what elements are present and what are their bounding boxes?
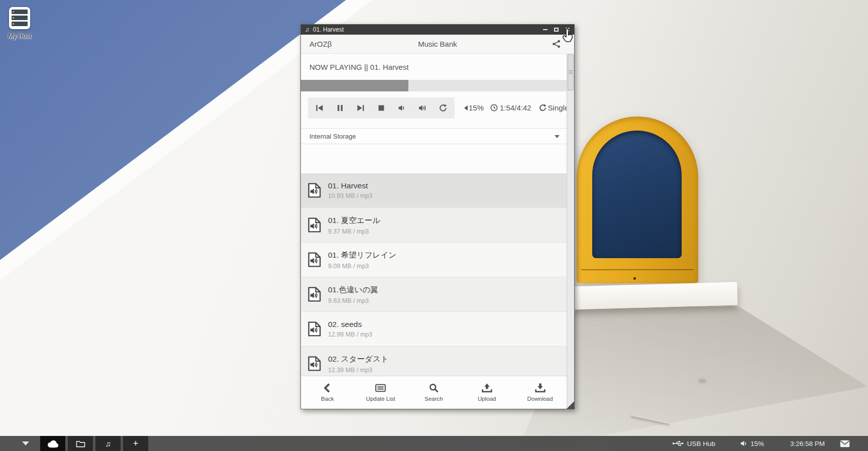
folder-icon <box>76 440 85 447</box>
song-list-item[interactable]: 01. 夏空エール 9.37 MB / mp3 <box>301 208 567 243</box>
taskbar-chevron-down-icon[interactable] <box>22 441 29 445</box>
clock-icon <box>490 104 498 111</box>
progress-fill <box>301 80 408 91</box>
taskbar-app-buttons: ♫ + <box>40 436 148 451</box>
song-meta: 12.99 MB / mp3 <box>328 331 372 338</box>
song-meta: 10.93 MB / mp3 <box>328 192 372 199</box>
song-title: 01.色違いの翼 <box>328 285 378 295</box>
player-controls: 15% 1:54/4:42 Single <box>301 91 567 124</box>
window-resize-handle[interactable] <box>567 401 574 409</box>
player-content: NOW PLAYING || 01. Harvest 15% <box>301 54 567 409</box>
update-list-button[interactable]: Update List <box>354 376 407 409</box>
song-title: 01. 希望リフレイン <box>328 250 396 261</box>
audio-file-icon <box>308 287 321 302</box>
loop-mode-value: Single <box>548 103 569 112</box>
song-meta: 9.09 MB / mp3 <box>328 263 396 270</box>
next-track-button[interactable] <box>357 104 365 112</box>
bottom-toolbar: Back Update List Search Upload Download <box>301 376 567 409</box>
song-title: 02. スターダスト <box>328 354 389 365</box>
pause-button[interactable] <box>336 104 344 112</box>
list-icon <box>375 383 386 393</box>
progress-bar[interactable] <box>301 80 567 91</box>
storage-select[interactable]: Internal Storage <box>301 128 567 144</box>
song-title: 02. seeds <box>328 320 372 329</box>
taskbar: ♫ + USB Hub 15% 3:26:58 PM <box>0 436 868 451</box>
song-list: 01. Harvest 10.93 MB / mp3 01. 夏空エール 9.3… <box>301 173 567 376</box>
song-list-item[interactable]: 01. 希望リフレイン 9.09 MB / mp3 <box>301 243 567 277</box>
audio-file-icon <box>308 252 321 267</box>
window-title: 01. Harvest <box>313 26 344 33</box>
minimize-button[interactable] <box>543 29 548 30</box>
app-header: ArOZβ Music Bank <box>301 35 574 54</box>
plus-icon: + <box>133 439 139 448</box>
wallpaper-window-glass <box>592 131 682 258</box>
song-list-item[interactable]: 02. seeds 12.99 MB / mp3 <box>301 312 567 347</box>
chevron-left-icon <box>322 383 333 393</box>
volume-indicator: 15% <box>464 103 484 112</box>
volume-triangle-icon <box>464 105 468 110</box>
scrollbar-grip-icon <box>569 70 573 74</box>
taskbar-music-button[interactable]: ♫ <box>95 436 121 451</box>
scrollbar-thumb[interactable] <box>568 54 574 90</box>
song-title: 01. 夏空エール <box>328 215 380 226</box>
desktop-icon-my-host[interactable]: My Host <box>1 7 38 40</box>
mail-icon[interactable] <box>840 440 850 447</box>
desktop-icon-label: My Host <box>1 33 38 40</box>
download-icon <box>535 383 546 393</box>
transport-controls <box>308 97 455 119</box>
taskbar-folder-button[interactable] <box>68 436 93 451</box>
wallpaper-windowsill <box>571 282 737 309</box>
upload-button[interactable]: Upload <box>460 376 513 409</box>
song-meta: 9.63 MB / mp3 <box>328 297 378 304</box>
music-player-window: ♫ 01. Harvest ✕ ArOZβ Music Bank NOW PLA… <box>300 24 575 409</box>
search-icon <box>428 383 439 393</box>
audio-file-icon <box>308 183 321 198</box>
audio-file-icon <box>308 217 321 233</box>
share-icon[interactable] <box>552 40 561 48</box>
wallpaper-arched-window <box>577 117 698 283</box>
download-button[interactable]: Download <box>513 376 567 409</box>
volume-down-button[interactable] <box>398 104 406 112</box>
volume-up-button[interactable] <box>418 104 426 112</box>
wallpaper-spot <box>698 379 706 383</box>
song-list-item[interactable]: 01.色違いの翼 9.63 MB / mp3 <box>301 277 567 312</box>
volume-value: 15% <box>469 103 484 112</box>
song-list-item[interactable]: 01. Harvest 10.93 MB / mp3 <box>301 173 567 208</box>
time-indicator: 1:54/4:42 <box>490 103 531 112</box>
loop-mode-indicator[interactable]: Single <box>539 103 569 112</box>
music-note-icon: ♫ <box>105 440 111 447</box>
now-playing-label: NOW PLAYING || 01. Harvest <box>301 54 567 80</box>
usb-hub-status: USB Hub <box>672 439 715 447</box>
back-button[interactable]: Back <box>301 376 354 409</box>
audio-file-icon <box>308 321 321 336</box>
server-icon <box>9 7 30 29</box>
usb-icon <box>672 439 684 447</box>
loop-icon <box>539 104 547 111</box>
song-meta: 12.39 MB / mp3 <box>328 367 389 374</box>
song-meta: 9.37 MB / mp3 <box>328 228 380 235</box>
taskbar-cloud-button[interactable] <box>40 436 65 451</box>
taskbar-add-button[interactable]: + <box>123 436 148 451</box>
desktop: My Host ♫ 01. Harvest ✕ ArOZβ Music Bank… <box>0 0 868 451</box>
taskbar-status-area: USB Hub 15% 3:26:58 PM <box>672 439 868 447</box>
window-titlebar[interactable]: ♫ 01. Harvest ✕ <box>301 25 574 35</box>
previous-track-button[interactable] <box>315 104 323 112</box>
repeat-button[interactable] <box>439 104 447 112</box>
speaker-icon <box>740 440 747 447</box>
taskbar-clock: 3:26:58 PM <box>790 440 825 447</box>
taskbar-volume-value: 15% <box>750 440 764 447</box>
audio-file-icon <box>308 356 321 371</box>
volume-status[interactable]: 15% <box>740 440 764 447</box>
stop-button[interactable] <box>377 104 385 112</box>
usb-hub-label: USB Hub <box>687 440 715 447</box>
close-button[interactable]: ✕ <box>565 27 570 33</box>
song-title: 01. Harvest <box>328 181 372 190</box>
search-button[interactable]: Search <box>407 376 461 409</box>
app-title: Music Bank <box>301 40 574 48</box>
song-list-item[interactable]: 02. スターダスト 12.39 MB / mp3 <box>301 347 567 376</box>
maximize-button[interactable] <box>554 28 559 32</box>
chevron-down-icon <box>555 135 560 138</box>
cloud-icon <box>47 439 59 448</box>
window-scrollbar[interactable] <box>567 54 574 409</box>
upload-icon <box>482 383 492 393</box>
